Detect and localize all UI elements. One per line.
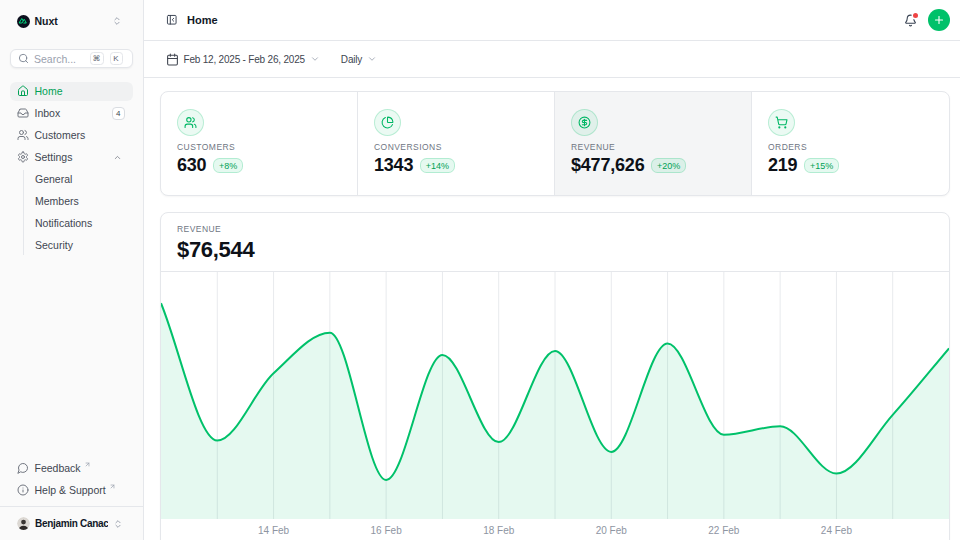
sidebar-footer-links: Feedback Help & Support (10, 459, 133, 500)
search-input[interactable]: Search... ⌘ K (10, 49, 133, 68)
sidebar-spacer (10, 255, 133, 459)
chart-x-tick-label: 18 Feb (483, 525, 515, 536)
inbox-count-badge: 4 (112, 107, 125, 120)
circle-dollar-icon (578, 116, 591, 129)
main-panel: Home Feb 12, 2025 - Feb 26, 2025 Daily (144, 0, 960, 540)
search-placeholder: Search... (34, 53, 84, 65)
stat-value-row: 219 +15% (768, 155, 933, 176)
stat-label: REVENUE (571, 142, 735, 152)
sidebar-divider (0, 506, 143, 507)
inbox-icon (17, 107, 29, 119)
user-menu-button[interactable]: Benjamin Canac (10, 514, 133, 533)
settings-children: General Members Notifications Security (23, 170, 133, 255)
stat-delta-badge: +20% (651, 158, 685, 173)
chevrons-up-down-icon (113, 519, 123, 529)
workspace-selector[interactable]: Nuxt (10, 8, 133, 34)
notification-dot (913, 13, 918, 18)
kbd-meta: ⌘ (90, 52, 104, 65)
chevron-down-icon (310, 54, 320, 64)
stats-row: CUSTOMERS 630 +8% CONVERSIONS 1343 +14% (160, 91, 950, 196)
granularity-select[interactable]: Daily (341, 54, 377, 65)
user-name: Benjamin Canac (35, 518, 108, 529)
date-range-picker[interactable]: Feb 12, 2025 - Feb 26, 2025 (166, 53, 320, 66)
chevron-down-icon (367, 54, 377, 64)
sidebar-item-general[interactable]: General (24, 170, 133, 189)
nuxt-logo-icon (17, 15, 30, 28)
add-button[interactable] (928, 9, 950, 31)
sidebar-item-label: Inbox (35, 107, 61, 119)
stat-delta-badge: +14% (420, 158, 454, 173)
sidebar-item-security[interactable]: Security (24, 236, 133, 255)
stat-value: $477,626 (571, 155, 644, 176)
plus-icon (933, 14, 945, 26)
chart-x-tick-label: 20 Feb (596, 525, 628, 536)
shopping-cart-icon (775, 116, 788, 129)
stat-value-row: 630 +8% (177, 155, 341, 176)
sidebar-item-inbox[interactable]: Inbox 4 (10, 104, 133, 123)
sidebar-item-settings[interactable]: Settings (10, 148, 133, 167)
chart-x-tick-label: 14 Feb (258, 525, 290, 536)
kbd-k: K (110, 52, 123, 65)
page-header: Home (144, 0, 960, 41)
sidebar-item-home[interactable]: Home (10, 82, 133, 101)
chart-x-tick-label: 16 Feb (371, 525, 403, 536)
external-link-arrow-icon (84, 461, 91, 468)
sidebar-item-label: Customers (35, 129, 86, 141)
orders-stat-icon-circle (768, 109, 795, 136)
customers-stat-icon-circle (177, 109, 204, 136)
sidebar-item-customers[interactable]: Customers (10, 126, 133, 145)
stat-card-conversions[interactable]: CONVERSIONS 1343 +14% (358, 92, 555, 195)
stat-delta-badge: +8% (213, 158, 242, 173)
date-range-label: Feb 12, 2025 - Feb 26, 2025 (184, 54, 305, 65)
dashboard-content: CUSTOMERS 630 +8% CONVERSIONS 1343 +14% (144, 78, 960, 540)
sidebar-item-help-support[interactable]: Help & Support (10, 481, 133, 500)
chart-current-value: $76,544 (177, 237, 933, 263)
revenue-chart-card: REVENUE $76,544 14 Feb16 Feb18 Feb20 Feb… (160, 212, 950, 540)
stat-value: 1343 (374, 155, 413, 176)
revenue-chart-header: REVENUE $76,544 (161, 213, 949, 272)
chevron-up-icon (113, 153, 122, 162)
sidebar-item-label: Help & Support (35, 484, 106, 496)
collapse-sidebar-button[interactable] (166, 14, 178, 26)
sidebar-item-members[interactable]: Members (24, 192, 133, 211)
user-avatar (17, 517, 30, 530)
sidebar: Nuxt Search... ⌘ K Home Inbox 4 Customer… (0, 0, 144, 540)
revenue-area-chart[interactable]: 14 Feb16 Feb18 Feb20 Feb22 Feb24 Feb (161, 272, 949, 540)
filters-toolbar: Feb 12, 2025 - Feb 26, 2025 Daily (144, 41, 960, 78)
chart-title: REVENUE (177, 224, 933, 234)
stat-label: CONVERSIONS (374, 142, 538, 152)
revenue-stat-icon-circle (571, 109, 598, 136)
granularity-label: Daily (341, 54, 362, 65)
stat-card-revenue[interactable]: REVENUE $477,626 +20% (555, 92, 752, 195)
header-actions (904, 9, 951, 31)
conversions-stat-icon-circle (374, 109, 401, 136)
sidebar-item-label: Feedback (35, 462, 81, 474)
sidebar-item-feedback[interactable]: Feedback (10, 459, 133, 478)
stat-value: 630 (177, 155, 206, 176)
stat-card-orders[interactable]: ORDERS 219 +15% (752, 92, 949, 195)
stat-delta-badge: +15% (804, 158, 838, 173)
chart-x-tick-label: 22 Feb (708, 525, 740, 536)
sidebar-item-notifications[interactable]: Notifications (24, 214, 133, 233)
chevrons-up-down-icon (112, 16, 122, 26)
search-icon (18, 53, 29, 64)
notifications-button[interactable] (904, 14, 917, 27)
users-icon (17, 129, 29, 141)
sidebar-item-label: Home (35, 85, 63, 97)
stat-card-customers[interactable]: CUSTOMERS 630 +8% (161, 92, 358, 195)
users-icon (184, 116, 197, 129)
page-title: Home (187, 14, 218, 26)
stat-label: CUSTOMERS (177, 142, 341, 152)
settings-gear-icon (17, 151, 29, 163)
sidebar-nav: Home Inbox 4 Customers Settings General … (10, 82, 133, 255)
sidebar-item-label: Settings (35, 151, 73, 163)
info-circle-icon (17, 484, 29, 496)
stat-value-row: $477,626 +20% (571, 155, 735, 176)
stat-value: 219 (768, 155, 797, 176)
workspace-name: Nuxt (35, 15, 107, 27)
message-circle-icon (17, 462, 29, 474)
external-link-arrow-icon (109, 483, 116, 490)
stat-label: ORDERS (768, 142, 933, 152)
panel-left-close-icon (166, 14, 178, 26)
chart-pie-icon (381, 116, 394, 129)
